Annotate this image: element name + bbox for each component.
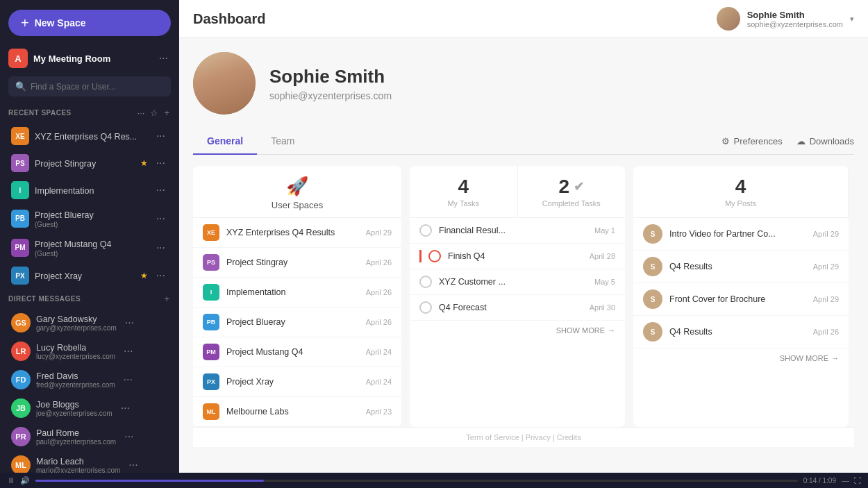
space-badge-pb: PB — [203, 314, 219, 330]
space-options-pm[interactable]: ··· — [153, 240, 168, 255]
sidebar-item-i[interactable]: I Implementation ··· — [3, 177, 176, 203]
dm-options-gs[interactable]: ··· — [122, 315, 137, 330]
space-options-i[interactable]: ··· — [153, 183, 168, 198]
downloads-button[interactable]: ☁ Downloads — [796, 131, 854, 152]
search-bar[interactable]: 🔍 — [8, 76, 171, 96]
recent-spaces-more-button[interactable]: ··· — [136, 106, 147, 119]
posts-show-more[interactable]: SHOW MORE → — [633, 348, 849, 368]
user-spaces-card: 🚀 User Spaces XE XYZ Enterprises Q4 Resu… — [193, 166, 401, 427]
dashboard-grid: 🚀 User Spaces XE XYZ Enterprises Q4 Resu… — [193, 166, 854, 427]
user-info-header[interactable]: Sophie Smith sophie@xyzenterprises.com ▾ — [717, 7, 854, 31]
post-date-p1: April 29 — [813, 230, 839, 238]
volume-button[interactable]: 🔊 — [20, 476, 30, 485]
dm-options-pr[interactable]: ··· — [122, 429, 136, 444]
main-scroll-area: Sophie Smith sophie@xyzenterprises.com G… — [179, 38, 868, 488]
task-circle-t4[interactable] — [419, 301, 432, 314]
new-space-button[interactable]: + New Space — [8, 10, 171, 36]
sidebar-scroll-area: RECENT SPACES ··· ☆ + XE XYZ Enterprises… — [0, 102, 179, 488]
space-name-px: Project Xray — [35, 271, 82, 281]
space-options-pb[interactable]: ··· — [153, 211, 168, 226]
space-options-xe[interactable]: ··· — [153, 128, 168, 144]
my-tasks-stat: 4 My Tasks — [410, 166, 518, 218]
post-item-p4[interactable]: S Q4 Results April 26 — [633, 316, 849, 348]
dm-options-ml[interactable]: ··· — [126, 457, 140, 473]
preferences-button[interactable]: ⚙ Preferences — [721, 131, 783, 152]
dm-options-lr[interactable]: ··· — [121, 344, 135, 359]
post-avatar-p1: S — [643, 224, 662, 244]
post-avatar-p2: S — [643, 257, 662, 276]
task-circle-t2[interactable] — [428, 250, 441, 262]
dm-name-lr: Lucy Robella — [36, 343, 115, 353]
user-avatar-header — [717, 7, 740, 31]
sidebar-item-xe[interactable]: XE XYZ Enterprises Q4 Res... ··· — [3, 123, 176, 149]
user-space-item-ml[interactable]: ML Melbourne Labs April 23 — [193, 397, 401, 427]
sidebar-item-px[interactable]: PX Project Xray ★ ··· — [3, 262, 176, 289]
task-item-t3[interactable]: XYZ Customer ... May 5 — [410, 269, 625, 295]
meeting-room-item[interactable]: A My Meeting Room ··· — [0, 43, 179, 74]
post-item-p1[interactable]: S Intro Video for Partner Co... April 29 — [633, 218, 849, 251]
dm-avatar-pr: PR — [11, 427, 31, 446]
task-circle-t3[interactable] — [419, 276, 432, 288]
meeting-room-label: My Meeting Room — [33, 53, 151, 64]
space-name-pb: Project Blueray — [35, 210, 94, 220]
dm-item-fd[interactable]: FD Fred Davis fred@xyzenterprises.com ··… — [3, 366, 176, 394]
my-posts-card: 4 My Posts S Intro Video for Partner Co.… — [633, 166, 849, 427]
task-item-t4[interactable]: Q4 Forecast April 30 — [410, 295, 625, 321]
space-options-px[interactable]: ··· — [153, 268, 168, 283]
space-item-name-ml: Melbourne Labs — [226, 407, 359, 417]
dm-avatar-jb: JB — [11, 398, 31, 418]
recent-spaces-star-button[interactable]: ☆ — [149, 106, 160, 119]
dm-email-lr: lucy@xyzenterprises.com — [36, 353, 115, 360]
profile-avatar — [193, 52, 256, 115]
user-space-item-xe[interactable]: XE XYZ Enterprises Q4 Results April 29 — [193, 218, 401, 248]
task-circle-t1[interactable] — [419, 224, 432, 237]
progress-bar[interactable] — [35, 480, 179, 482]
dm-options-jb[interactable]: ··· — [118, 401, 133, 416]
tasks-show-more[interactable]: SHOW MORE → — [410, 321, 625, 340]
space-item-date-ml: April 23 — [366, 407, 392, 416]
recent-spaces-add-button[interactable]: + — [162, 106, 171, 119]
sidebar-item-pm[interactable]: PM Project Mustang Q4 (Guest) ··· — [3, 233, 176, 262]
space-avatar-xe: XE — [11, 127, 29, 145]
user-name-header: Sophie Smith — [747, 10, 843, 20]
dm-item-jb[interactable]: JB Joe Bloggs joe@xyzenterprises.com ··· — [3, 394, 176, 422]
space-item-name-i: Implementation — [226, 287, 359, 297]
dm-add-button[interactable]: + — [162, 292, 171, 305]
space-options-ps[interactable]: ··· — [153, 155, 168, 171]
tasks-header: 4 My Tasks 2 ✔ Completed Tasks — [410, 166, 625, 218]
search-input[interactable] — [31, 82, 164, 92]
tab-general[interactable]: General — [193, 128, 257, 155]
plus-icon: + — [21, 16, 29, 30]
terms-link[interactable]: Term of Service — [466, 433, 519, 441]
task-item-t1[interactable]: Financial Resul... May 1 — [410, 218, 625, 244]
post-item-p2[interactable]: S Q4 Results April 29 — [633, 251, 849, 283]
tab-team[interactable]: Team — [257, 128, 308, 155]
meeting-room-options-button[interactable]: ··· — [156, 51, 171, 66]
user-space-item-pb[interactable]: PB Project Blueray April 26 — [193, 308, 401, 337]
user-space-item-px[interactable]: PX Project Xray April 24 — [193, 367, 401, 397]
credits-link[interactable]: Credits — [557, 433, 581, 441]
space-badge-ps: PS — [203, 254, 219, 271]
dm-item-lr[interactable]: LR Lucy Robella lucy@xyzenterprises.com … — [3, 337, 176, 365]
rocket-icon: 🚀 — [286, 176, 308, 197]
user-space-item-ps[interactable]: PS Project Stingray April 26 — [193, 248, 401, 278]
dm-info-lr: Lucy Robella lucy@xyzenterprises.com — [36, 343, 115, 360]
user-name-email: Sophie Smith sophie@xyzenterprises.com — [747, 10, 843, 28]
space-name-xe: XYZ Enterprises Q4 Res... — [35, 132, 137, 142]
space-label-wrap-px: Project Xray — [35, 269, 135, 282]
sidebar-item-ps[interactable]: PS Project Stingray ★ ··· — [3, 150, 176, 176]
user-space-item-pm[interactable]: PM Project Mustang Q4 April 24 — [193, 337, 401, 367]
play-pause-button[interactable]: ⏸ — [7, 476, 15, 485]
post-item-p3[interactable]: S Front Cover for Brochure April 29 — [633, 283, 849, 316]
dm-item-pr[interactable]: PR Paul Rome paul@xyzenterprises.com ··· — [3, 423, 176, 451]
tasks-list: Financial Resul... May 1 Finish Q4 April… — [410, 218, 625, 321]
privacy-link[interactable]: Privacy — [526, 433, 551, 441]
dm-options-fd[interactable]: ··· — [121, 372, 135, 387]
dm-info-pr: Paul Rome paul@xyzenterprises.com — [36, 428, 116, 446]
space-item-name-xe: XYZ Enterprises Q4 Results — [226, 228, 359, 237]
sidebar-item-pb[interactable]: PB Project Blueray (Guest) ··· — [3, 204, 176, 233]
dm-item-gs[interactable]: GS Gary Sadowsky gary@xyzenterprises.com… — [3, 309, 176, 337]
task-date-t1: May 1 — [594, 226, 615, 235]
user-space-item-i[interactable]: I Implementation April 26 — [193, 278, 401, 308]
task-item-t2[interactable]: Finish Q4 April 28 — [410, 244, 625, 269]
